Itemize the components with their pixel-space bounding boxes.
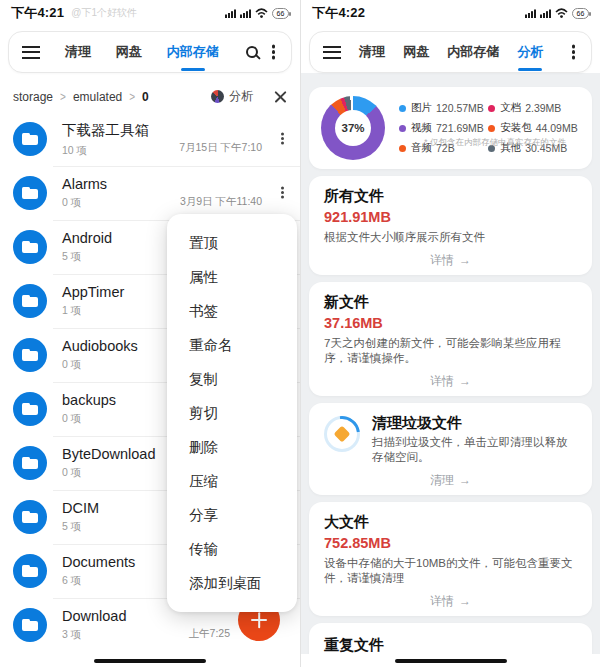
analyze-label: 分析 [229,88,253,105]
file-row[interactable]: 下载器工具箱10 项 7月15日 下午7:10 [0,112,300,166]
menu-item-compress[interactable]: 压缩 [167,464,297,498]
legend-dot [488,105,495,112]
status-icons: 66 [525,8,589,19]
chevron-right-icon: > [129,89,135,103]
file-name: DCIM [62,500,99,516]
file-count: 0 项 [62,196,107,210]
breadcrumb-segment[interactable]: emulated [73,90,122,104]
legend-item-images: 图片120.57MB [399,101,486,115]
card-all-files: 所有文件 921.91MB 根据文件大小顺序展示所有文件 详情→ [309,176,592,275]
card-description: 根据文件大小顺序展示所有文件 [324,230,577,246]
arrow-right-icon: → [459,253,471,267]
wifi-icon [555,8,568,18]
tab-internal-storage[interactable]: 内部存储 [447,43,499,61]
broom-icon [324,416,360,452]
tab-internal-storage[interactable]: 内部存储 [167,43,219,61]
card-size-value: 37.16MB [324,315,577,331]
tab-clean[interactable]: 清理 [359,43,385,61]
file-count: 6 项 [62,574,135,588]
arrow-right-icon: → [459,374,471,388]
battery-icon: 66 [572,8,589,19]
card-size-value: 921.91MB [324,209,577,225]
menu-item-bookmark[interactable]: 书签 [167,294,297,328]
tab-clean[interactable]: 清理 [65,43,91,61]
more-options-icon[interactable] [272,50,276,54]
legend-dot [399,125,406,132]
search-icon[interactable] [246,46,258,58]
tab-cloud-drive[interactable]: 网盘 [116,43,142,61]
storage-summary-card: 37% 图片120.57MB 视频721.69MB 音频72B 文档2.39MB… [309,87,592,169]
folder-icon [13,392,47,426]
top-tab-bar: 清理 网盘 内部存储 分析 [309,31,592,73]
folder-icon [13,500,47,534]
menu-item-pin-to-top[interactable]: 置顶 [167,226,297,260]
clean-button[interactable]: 清理→ [324,466,577,490]
legend-item-videos: 视频721.69MB [399,121,486,135]
menu-item-transfer[interactable]: 传输 [167,532,297,566]
menu-item-add-to-home[interactable]: 添加到桌面 [167,566,297,600]
row-more-icon[interactable] [281,137,284,140]
legend-dot [399,105,406,112]
analyze-button[interactable]: 分析 [211,88,253,105]
card-new-files: 新文件 37.16MB 7天之内创建的新文件，可能会影响某些应用程序，请谨慎操作… [309,282,592,396]
cellular-signal-icon [225,9,236,18]
file-date: 上午7:25 [189,627,230,641]
breadcrumb-segment-current[interactable]: 0 [142,90,149,104]
battery-icon: 66 [272,8,289,19]
file-name: Audiobooks [62,338,138,354]
details-button[interactable]: 详情→ [324,246,577,270]
tab-analyze[interactable]: 分析 [517,43,543,61]
file-name: backups [62,392,116,408]
file-count: 5 项 [62,520,99,534]
chevron-right-icon: > [60,89,66,103]
clock: 下午4:22 [312,4,365,22]
details-button[interactable]: 详情→ [324,587,577,611]
file-row[interactable]: Alarms0 项 3月9日 下午11:40 [0,166,300,220]
file-count: 5 项 [62,250,112,264]
donut-legend: 图片120.57MB 视频721.69MB 音频72B 文档2.39MB 安装包… [399,101,580,155]
legend-dot [488,125,495,132]
close-icon[interactable] [274,90,287,103]
folder-icon [13,608,47,642]
file-count: 1 项 [62,304,124,318]
card-title: 所有文件 [324,187,577,204]
file-name: AppTimer [62,284,124,300]
menu-item-copy[interactable]: 复制 [167,362,297,396]
card-title: 新文件 [324,293,577,310]
file-count: 0 项 [62,466,156,480]
legend-item-packages: 安装包44.09MB [488,121,580,135]
menu-item-share[interactable]: 分享 [167,498,297,532]
menu-item-cut[interactable]: 剪切 [167,396,297,430]
row-more-icon[interactable] [281,191,284,194]
card-large-files: 大文件 752.85MB 设备中存储的大于10MB的文件，可能包含重要文件，请谨… [309,502,592,616]
gesture-bar [0,654,300,667]
details-button[interactable]: 详情→ [324,367,577,391]
right-phone-analyze: 下午4:22 66 清理 网盘 内部存储 分析 [300,0,600,667]
file-date: 3月9日 下午11:40 [180,195,262,209]
home-indicator[interactable] [94,659,206,663]
breadcrumb-segment[interactable]: storage [13,90,53,104]
menu-icon[interactable] [22,46,40,59]
status-icons: 66 [225,8,289,19]
folder-icon [13,284,47,318]
cellular-signal-icon [525,9,536,18]
file-count: 0 项 [62,412,116,426]
menu-item-rename[interactable]: 重命名 [167,328,297,362]
more-options-icon[interactable] [572,50,576,54]
donut-footnote: * 仅包含在内部存储中真实存在的文件 [424,137,566,149]
file-name: Download [62,608,127,624]
card-description: 扫描到垃圾文件，单击立即清理以释放存储空间。 [372,435,577,466]
folder-icon [13,122,47,156]
clock: 下午4:21 [11,4,64,22]
folder-icon [13,554,47,588]
legend-item-documents: 文档2.39MB [488,101,580,115]
menu-icon[interactable] [323,46,341,59]
menu-item-properties[interactable]: 属性 [167,260,297,294]
menu-item-delete[interactable]: 删除 [167,430,297,464]
tab-cloud-drive[interactable]: 网盘 [403,43,429,61]
file-name: Alarms [62,176,107,192]
donut-center-percent: 37% [335,110,371,146]
home-indicator[interactable] [395,659,507,663]
top-tab-bar: 清理 网盘 内部存储 [8,31,292,73]
card-size-value: 752.85MB [324,535,577,551]
